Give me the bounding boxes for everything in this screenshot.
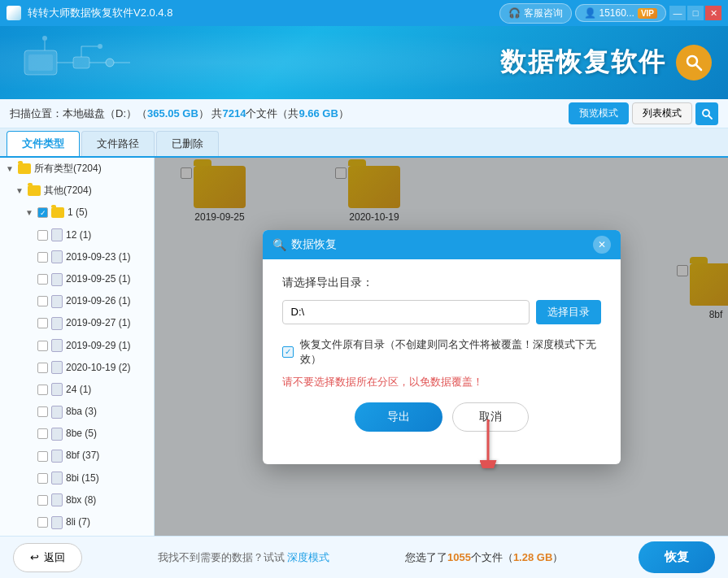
file-icon xyxy=(51,250,63,263)
item-checkbox[interactable] xyxy=(37,517,48,528)
list-mode-button[interactable]: 列表模式 xyxy=(632,102,692,124)
file-icon xyxy=(51,383,63,396)
sidebar-item-2019-09-26[interactable]: 2019-09-26 (1) xyxy=(0,290,154,312)
sidebar-item-8bx[interactable]: 8bx (8) xyxy=(0,489,154,511)
select-dir-label: 请选择导出目录： xyxy=(282,276,601,290)
directory-input-row: 选择目录 xyxy=(282,300,601,324)
vip-badge: VIP xyxy=(638,8,657,19)
svg-point-11 xyxy=(98,44,102,49)
dialog-title: 🔍 数据恢复 xyxy=(272,237,337,252)
sidebar-item-12[interactable]: 12 (1) xyxy=(0,224,154,246)
recover-button[interactable]: 恢复 xyxy=(639,541,715,573)
selected-count: 1055 xyxy=(447,551,471,563)
sidebar-item-8li[interactable]: 8li (7) xyxy=(0,511,154,533)
sidebar-item-1[interactable]: ▼ ✓ 1 (5) xyxy=(0,202,154,224)
item-checkbox[interactable] xyxy=(37,495,48,506)
sidebar-item-all-types[interactable]: ▼ 所有类型(7204) xyxy=(0,158,154,180)
sidebar-item-24[interactable]: 24 (1) xyxy=(0,379,154,401)
file-icon xyxy=(51,472,63,485)
customer-service-button[interactable]: 🎧 客服咨询 xyxy=(499,3,572,24)
item-checkbox[interactable] xyxy=(37,252,48,263)
tree-arrow-icon xyxy=(24,275,34,285)
item-checkbox[interactable] xyxy=(37,296,48,306)
tab-file-path[interactable]: 文件路径 xyxy=(81,131,155,156)
tree-arrow-icon xyxy=(24,252,34,262)
svg-rect-1 xyxy=(28,54,53,71)
dialog-overlay: 🔍 数据恢复 ✕ 请选择导出目录： 选择目录 ✓ 恢复文件原有目录（不创建则同名… xyxy=(155,158,728,536)
back-arrow-icon: ↩ xyxy=(30,551,39,563)
dialog-header: 🔍 数据恢复 ✕ xyxy=(263,230,621,259)
tree-arrow-icon xyxy=(24,363,34,372)
sidebar-item-2020-10-19[interactable]: 2020-10-19 (2) xyxy=(0,357,154,379)
header-search-button[interactable] xyxy=(676,45,712,80)
tree-arrow-icon: ▼ xyxy=(15,186,24,196)
tree-arrow-icon xyxy=(24,518,34,528)
arrow-indicator xyxy=(472,419,504,471)
tree-arrow-icon xyxy=(24,407,34,417)
selection-info: 您选了了1055个文件（1.28 GB） xyxy=(405,550,563,565)
disk-size: 365.05 GB xyxy=(147,107,198,120)
total-size: 9.66 GB xyxy=(299,107,338,120)
item-checkbox[interactable] xyxy=(37,318,48,328)
tree-arrow-icon xyxy=(24,319,34,328)
svg-rect-3 xyxy=(73,57,89,68)
maximize-button[interactable]: □ xyxy=(687,6,704,20)
sidebar-item-8bi[interactable]: 8bi (15) xyxy=(0,467,154,489)
tree-arrow-icon xyxy=(24,495,34,505)
circuit-decoration xyxy=(16,34,179,91)
sidebar-item-other[interactable]: ▼ 其他(7204) xyxy=(0,180,154,202)
tree-arrow-icon: ▼ xyxy=(24,208,34,218)
file-icon xyxy=(51,428,63,441)
export-dialog: 🔍 数据恢复 ✕ 请选择导出目录： 选择目录 ✓ 恢复文件原有目录（不创建则同名… xyxy=(263,230,621,464)
dialog-close-button[interactable]: ✕ xyxy=(593,236,611,254)
restore-path-row: ✓ 恢复文件原有目录（不创建则同名文件将被覆盖！深度模式下无效） xyxy=(282,337,601,367)
file-icon xyxy=(51,339,63,352)
file-icon xyxy=(51,295,63,308)
svg-line-15 xyxy=(708,115,712,119)
item-checkbox[interactable] xyxy=(37,274,48,285)
tree-arrow-icon xyxy=(24,473,34,483)
bottom-bar: ↩ 返回 我找不到需要的数据？试试 深度模式 您选了了1055个文件（1.28 … xyxy=(0,536,728,578)
directory-input[interactable] xyxy=(282,300,530,324)
restore-path-checkbox[interactable]: ✓ xyxy=(282,346,294,358)
sidebar-item-8ba[interactable]: 8ba (3) xyxy=(0,401,154,423)
preview-mode-button[interactable]: 预览模式 xyxy=(569,102,629,124)
sidebar-item-2019-09-23[interactable]: 2019-09-23 (1) xyxy=(0,246,154,268)
close-button[interactable]: ✕ xyxy=(705,6,721,20)
sidebar-item-8bf[interactable]: 8bf (37) xyxy=(0,445,154,467)
sidebar-item-8be[interactable]: 8be (5) xyxy=(0,423,154,445)
user-button[interactable]: 👤 15160... VIP xyxy=(575,4,667,22)
sidebar-item-2019-09-27[interactable]: 2019-09-27 (1) xyxy=(0,312,154,334)
item-checkbox[interactable] xyxy=(37,473,48,484)
sidebar-item-2019-09-29[interactable]: 2019-09-29 (1) xyxy=(0,335,154,357)
window-controls: — □ ✕ xyxy=(669,6,721,20)
user-avatar: 👤 xyxy=(584,7,596,19)
tab-file-type[interactable]: 文件类型 xyxy=(7,131,80,156)
deep-mode-hint: 我找不到需要的数据？试试 深度模式 xyxy=(158,550,330,565)
minimize-button[interactable]: — xyxy=(669,6,686,20)
item-checkbox[interactable]: ✓ xyxy=(37,207,48,218)
sidebar-item-2019-09-25[interactable]: 2019-09-25 (1) xyxy=(0,268,154,290)
file-icon xyxy=(51,228,63,241)
main-content: ▼ 所有类型(7204) ▼ 其他(7204) ▼ ✓ 1 (5) 12 (1)… xyxy=(0,158,728,536)
file-icon xyxy=(51,516,63,529)
export-button[interactable]: 导出 xyxy=(355,402,442,432)
folder-icon xyxy=(51,207,64,218)
item-checkbox[interactable] xyxy=(37,385,48,395)
restore-path-label: 恢复文件原有目录（不创建则同名文件将被覆盖！深度模式下无效） xyxy=(300,337,601,367)
deep-mode-link[interactable]: 深度模式 xyxy=(287,551,329,563)
scan-info: 扫描位置：本地磁盘（D:）（365.05 GB） 共7214个文件（共9.66 … xyxy=(10,106,349,121)
item-checkbox[interactable] xyxy=(37,341,48,351)
item-checkbox[interactable] xyxy=(37,428,48,439)
item-checkbox[interactable] xyxy=(37,451,48,462)
tab-deleted[interactable]: 已删除 xyxy=(156,131,219,156)
scan-bar: 扫描位置：本地磁盘（D:）（365.05 GB） 共7214个文件（共9.66 … xyxy=(0,99,728,128)
select-directory-button[interactable]: 选择目录 xyxy=(536,300,601,324)
tree-arrow-icon xyxy=(24,341,34,350)
item-checkbox[interactable] xyxy=(37,230,48,241)
folder-icon xyxy=(18,163,31,174)
item-checkbox[interactable] xyxy=(37,406,48,417)
scan-search-button[interactable] xyxy=(695,102,718,125)
item-checkbox[interactable] xyxy=(37,363,48,373)
back-button[interactable]: ↩ 返回 xyxy=(13,543,82,572)
